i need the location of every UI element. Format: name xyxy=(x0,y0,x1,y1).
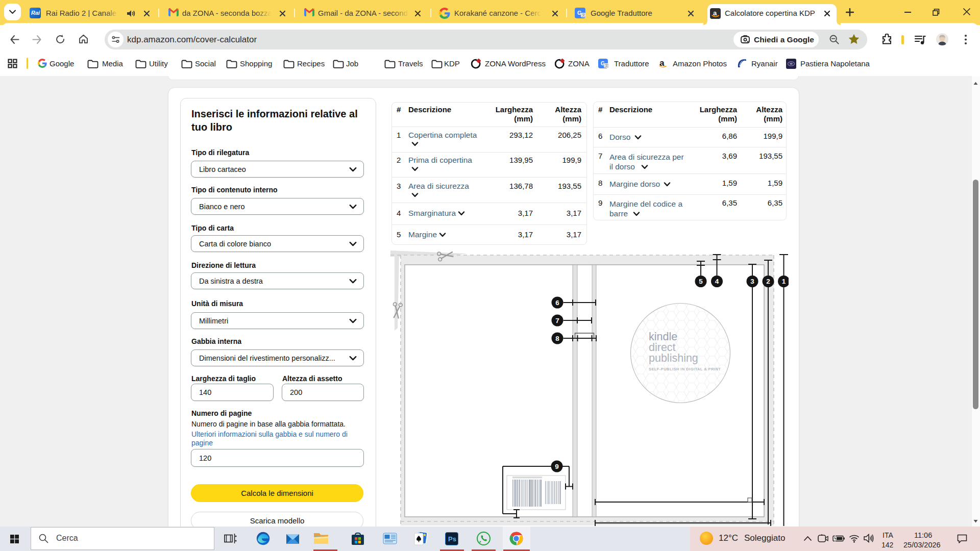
svg-text:7: 7 xyxy=(555,317,559,324)
svg-text:5: 5 xyxy=(699,278,703,285)
svg-text:6: 6 xyxy=(555,299,559,307)
svg-text:4: 4 xyxy=(715,278,719,285)
svg-text:9: 9 xyxy=(555,463,559,470)
svg-text:8: 8 xyxy=(555,335,559,342)
svg-text:1: 1 xyxy=(782,278,786,285)
svg-text:2: 2 xyxy=(766,278,770,285)
svg-text:SELF-PUBLISH IN DIGITAL & PRIN: SELF-PUBLISH IN DIGITAL & PRINT xyxy=(649,367,721,371)
svg-text:publishing: publishing xyxy=(649,352,698,364)
svg-text:3: 3 xyxy=(750,278,754,285)
